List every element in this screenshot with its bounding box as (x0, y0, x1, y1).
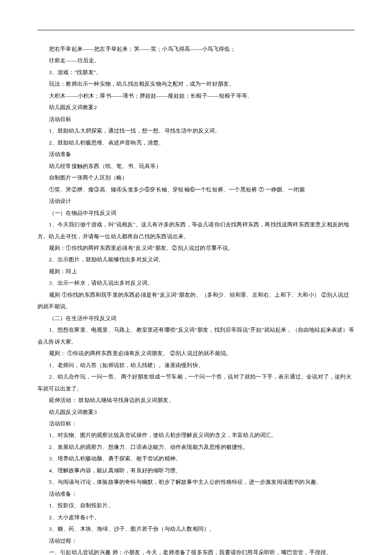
paragraph: 自制图片一张两个人区别（略） (37, 172, 355, 183)
paragraph: 往前走——往后走。 (37, 55, 355, 66)
paragraph: 延伸活动： 鼓励幼儿继续寻找身边的反义词朋友。 (37, 394, 355, 406)
paragraph: 2、大小皮球各1个。 (37, 512, 355, 523)
paragraph: 2、鼓励幼儿积极思维、表述声音响亮，清楚。 (37, 137, 355, 148)
paragraph: 5、与阅读与讨论，体验故事的奇特与幽默，初步了解故事中主人公的性格特征，进一步激… (37, 476, 355, 488)
paragraph: 3、游戏："找朋友"。 (37, 66, 355, 78)
paragraph: 幼儿园反义词教案3 (37, 406, 355, 418)
paragraph: 2、幼儿合作玩，一问一答。 两个好朋友组成一节车厢，一个问一个答，说对了就拍一下… (37, 371, 355, 394)
paragraph: 活动准备 (37, 148, 355, 160)
horizontal-rule (37, 30, 355, 30)
paragraph: （二）在生活中寻找反义词 (37, 312, 355, 324)
paragraph: 大积木——小积木；厚书——薄书；胖娃娃——瘦娃娃；长棍子——短棍子等等。 (37, 90, 355, 101)
paragraph: 活动目标 (37, 113, 355, 125)
paragraph: ①笑、哭②胖、瘦③高、矮④头发多少⑤穿长袖、穿短袖⑥一个红短裤、一个黑短裤 ⑦ … (37, 184, 355, 195)
paragraph: 4、理解故事内容，能认真倾听，有良好的倾听习惯。 (37, 465, 355, 476)
paragraph: 规则 ①你找的东西和我手里的东西必须是有"反义词"朋友的。（多和少、轻和重、左和… (37, 289, 355, 312)
paragraph: 1、今天我们做个游戏，叫"说相反"。这儿有许多的东西，等会儿请你们去找两样东西，… (37, 219, 355, 242)
paragraph: 规则：同上 (37, 266, 355, 277)
paragraph: （一）在物品中寻找反义词 (37, 207, 355, 219)
paragraph: 活动准备： (37, 488, 355, 500)
paragraph: 1、想想在家里、电视里、马路上、教室里还有哪些"反义词"朋友，找到后等我说"开始… (37, 324, 355, 347)
paragraph: 1、鼓励幼儿大胆探索，通过找一找，想一想。寻找生活中的反义词。 (37, 125, 355, 136)
document-page: 把右手举起来——把左手举起来；哭——笑；小鸟飞得高——小鸟飞得低； 往前走——往… (0, 0, 392, 555)
paragraph: 1、投影仪、自制投影片。 (37, 500, 355, 511)
document-body: 把右手举起来——把左手举起来；哭——笑；小鸟飞得高——小鸟飞得低； 往前走——往… (37, 43, 355, 555)
paragraph: 活动目标： (37, 418, 355, 429)
paragraph: 1、老师问，幼儿答（如师说软，幼儿找硬）。速度由慢到快。 (37, 359, 355, 371)
paragraph: 1、对实物、图片的观察比较及尝试操作，使幼儿初步理解反义词的含义，丰富幼儿的词汇… (37, 429, 355, 441)
paragraph: 幼儿园反义词教案2 (37, 101, 355, 113)
paragraph: 规则： ①你说的两样东西里必须有反义词朋友。 ②别人说过的就不能说。 (37, 347, 355, 359)
paragraph: 2、发展幼儿的观察力、想像力、口语表达能力、动作表现能力及思维的敏捷性。 (37, 441, 355, 453)
paragraph: 规则：①你找的两样东西里必须有"反义词"朋友。②别人说过的尽量不说。 (37, 242, 355, 254)
paragraph: 3、培养幼儿积极动脑、勇于探索、敢于尝试的精神。 (37, 453, 355, 464)
paragraph: 3、糖、药、木块、海绵、沙子、图片若干份（与幼儿人数相同）。 (37, 523, 355, 535)
paragraph: 幼儿经常接触的东西（纸、笔、书、玩具等） (37, 160, 355, 172)
paragraph: 活动过程： (37, 535, 355, 546)
paragraph: 活动设计 (37, 195, 355, 207)
paragraph: 3、出示一杯水，请幼儿说出多对反义词。 (37, 277, 355, 289)
paragraph: 2、出示图片，鼓励幼儿能够找出多对反义词。 (37, 254, 355, 265)
paragraph: 把右手举起来——把左手举起来；哭——笑；小鸟飞得高——小鸟飞得低； (37, 43, 355, 55)
paragraph: 一、引起幼儿尝试的兴趣 师：小朋友，今天，老师准备了很多东西，我要请你们用耳朵听… (37, 546, 355, 555)
paragraph: 玩法：教师出示一种实物，幼儿找出相反实物与之配对，成为一对好朋友。 (37, 78, 355, 90)
